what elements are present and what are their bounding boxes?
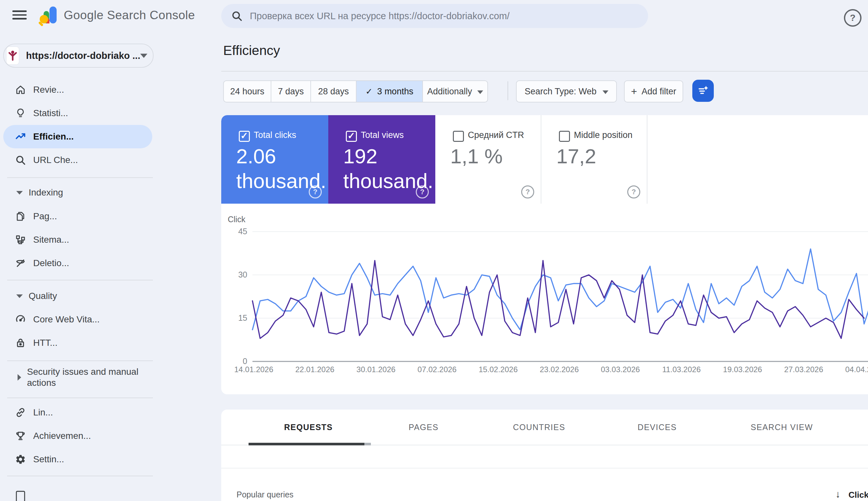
table-header-queries: Popular queries	[236, 490, 293, 499]
sidebar-item-sitemaps[interactable]: Sitema...	[0, 228, 155, 252]
divider	[7, 177, 153, 178]
chevron-down-icon	[16, 295, 23, 298]
range-7-days[interactable]: 7 days	[271, 81, 311, 102]
lightbulb-icon	[15, 108, 26, 119]
tab-devices[interactable]: DEVICES	[637, 423, 677, 432]
performance-panel: Total clicks 2.06thousand. ? Total views…	[221, 115, 868, 394]
date-range-group: 24 hours 7 days 28 days ✓ 3 months Addit…	[223, 81, 488, 103]
property-favicon	[7, 47, 19, 64]
x-tick-label: 07.02.2026	[417, 365, 457, 374]
divider	[7, 397, 153, 398]
x-tick-label: 23.02.2026	[540, 365, 579, 374]
tune-sparkle-icon	[697, 84, 709, 97]
home-icon	[15, 84, 26, 95]
gsc-app: Google Search Console Проверка всех URL …	[0, 0, 868, 501]
search-type-button[interactable]: Search Type: Web	[516, 81, 617, 103]
x-tick-label: 14.01.2026	[234, 365, 273, 374]
sidebar-item-review[interactable]: Revie...	[0, 78, 155, 102]
check-icon: ✓	[366, 86, 373, 97]
sidebar-section-quality[interactable]: Quality	[0, 286, 155, 306]
x-tick-label: 04.04.2026	[845, 365, 868, 374]
x-tick-label: 03.03.2026	[601, 365, 640, 374]
y-tick-label: 30	[227, 270, 247, 279]
x-tick-label: 30.01.2026	[356, 365, 396, 374]
chevron-down-icon	[140, 54, 147, 58]
chevron-right-icon	[18, 374, 21, 381]
sidebar-item-settings[interactable]: Settin...	[0, 448, 155, 471]
trophy-icon	[15, 430, 26, 441]
divider	[507, 81, 508, 100]
sitemap-icon	[15, 234, 26, 245]
divider	[7, 361, 153, 361]
sidebar-section-indexing[interactable]: Indexing	[0, 183, 155, 202]
divider	[221, 468, 868, 468]
sidebar-item-deletions[interactable]: Deletio...	[0, 252, 155, 275]
help-icon[interactable]: ?	[844, 9, 861, 27]
y-tick-label: 45	[227, 227, 247, 236]
property-url: https://doctor-dobriako ...	[26, 51, 140, 61]
range-3-months[interactable]: ✓ 3 months	[356, 81, 423, 102]
link-icon	[15, 407, 26, 418]
gear-icon	[15, 454, 26, 465]
y-tick-label: 0	[227, 356, 247, 366]
search-placeholder: Проверка всех URL на ресурсе https://doc…	[250, 11, 510, 21]
pages-icon	[15, 211, 26, 222]
sidebar-item-core-web-vitals[interactable]: Core Web Vita...	[0, 308, 155, 331]
chevron-down-icon	[602, 90, 608, 94]
url-inspection-search[interactable]: Проверка всех URL на ресурсе https://doc…	[221, 4, 648, 28]
tab-countries[interactable]: COUNTRIES	[513, 423, 566, 432]
active-tab-indicator-tail	[364, 443, 371, 445]
sidebar-item-https[interactable]: HTT...	[0, 331, 155, 355]
sort-descending-icon: ↓	[835, 489, 840, 500]
range-additionally[interactable]: Additionally	[423, 81, 487, 102]
lock-icon	[15, 337, 26, 349]
search-icon	[231, 10, 243, 22]
range-24-hours[interactable]: 24 hours	[224, 81, 271, 102]
property-selector[interactable]: https://doctor-dobriako ...	[3, 44, 153, 68]
trending-up-icon	[15, 131, 26, 142]
chevron-down-icon	[477, 90, 483, 94]
sidebar-item-achievements[interactable]: Achievemen...	[0, 424, 155, 448]
dimensions-panel: REQUESTS PAGES COUNTRIES DEVICES SEARCH …	[221, 409, 868, 501]
sidebar-item-links[interactable]: Lin...	[0, 401, 155, 424]
tab-search-view[interactable]: SEARCH VIEW	[751, 423, 813, 432]
eye-off-icon	[15, 258, 26, 269]
page-title: Efficiency	[223, 43, 280, 58]
feedback-icon[interactable]	[15, 490, 26, 501]
smart-filter-button[interactable]	[692, 80, 714, 102]
sidebar-item-pages[interactable]: Pag...	[0, 205, 155, 228]
speedometer-icon	[15, 314, 26, 325]
chevron-down-icon	[16, 191, 23, 194]
plus-icon: +	[631, 86, 637, 98]
menu-icon[interactable]	[12, 10, 27, 21]
x-tick-label: 11.03.2026	[662, 365, 700, 374]
sidebar-item-url-check[interactable]: URL Che...	[0, 148, 155, 172]
clicks-views-line-chart	[221, 115, 868, 394]
x-tick-label: 19.03.2026	[723, 365, 762, 374]
app-title: Google Search Console	[64, 9, 195, 22]
range-28-days[interactable]: 28 days	[311, 81, 356, 102]
table-header-clicks[interactable]: Clicks	[848, 490, 868, 500]
active-tab-indicator	[248, 443, 364, 445]
tab-pages[interactable]: PAGES	[409, 423, 439, 432]
x-tick-label: 27.03.2026	[784, 365, 823, 374]
divider	[7, 280, 153, 280]
sidebar-item-efficiency[interactable]: Efficien...	[0, 125, 155, 148]
tab-requests[interactable]: REQUESTS	[284, 423, 333, 432]
magnifier-icon	[15, 154, 26, 166]
divider	[221, 71, 868, 72]
y-tick-label: 15	[227, 313, 247, 323]
sidebar-item-statistics[interactable]: Statisti...	[0, 102, 155, 125]
x-tick-label: 22.01.2026	[296, 365, 334, 374]
search-console-logo-icon	[36, 4, 61, 28]
add-filter-button[interactable]: + Add filter	[624, 81, 683, 103]
divider	[7, 476, 153, 476]
x-tick-label: 15.02.2026	[479, 365, 518, 374]
sidebar-section-security[interactable]: Security issues and manual actions	[0, 364, 155, 391]
